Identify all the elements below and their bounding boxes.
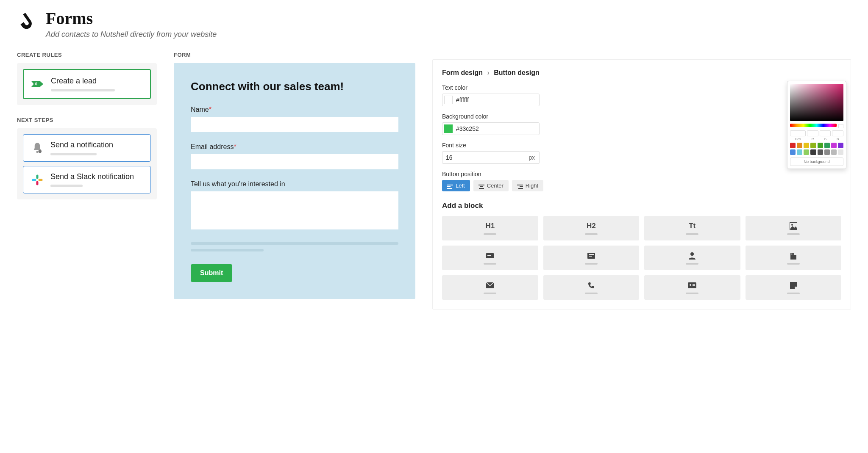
svg-point-17 xyxy=(791,224,793,226)
block-note[interactable] xyxy=(746,275,842,300)
create-rules-panel: $ Create a lead xyxy=(17,63,157,105)
submit-button[interactable]: Submit xyxy=(191,264,232,282)
no-background-button[interactable]: No background xyxy=(790,157,843,166)
page-title: Forms xyxy=(46,8,217,28)
button-position-label: Button position xyxy=(442,171,841,177)
note-icon xyxy=(790,281,797,290)
svg-rect-21 xyxy=(589,254,594,255)
color-swatch[interactable] xyxy=(824,143,830,148)
interest-label: Tell us what you're interested in xyxy=(191,180,398,188)
color-swatch[interactable] xyxy=(804,143,809,148)
svg-rect-6 xyxy=(32,179,36,181)
send-notification-card[interactable]: Send a notification xyxy=(23,134,151,162)
image-icon xyxy=(790,221,797,231)
breadcrumb: Form design › Button design xyxy=(442,69,841,77)
text-color-swatch xyxy=(444,96,453,104)
block-id[interactable] xyxy=(644,275,740,300)
svg-rect-10 xyxy=(479,185,484,185)
slack-icon xyxy=(31,174,44,186)
multi-line-icon xyxy=(587,251,595,260)
bg-color-label: Background color xyxy=(442,113,540,120)
breadcrumb-root[interactable]: Form design xyxy=(442,69,483,76)
magnet-icon xyxy=(17,12,37,32)
align-right-icon xyxy=(517,184,523,188)
color-canvas[interactable] xyxy=(790,84,843,121)
color-swatch[interactable] xyxy=(790,149,796,155)
svg-rect-15 xyxy=(518,188,523,189)
step-title: Send a Slack notification xyxy=(50,172,143,181)
next-steps-label: NEXT STEPS xyxy=(17,117,157,123)
svg-point-30 xyxy=(690,284,691,286)
svg-rect-8 xyxy=(447,186,451,187)
create-rules-label: CREATE RULES xyxy=(17,52,157,58)
svg-rect-11 xyxy=(480,186,483,187)
color-swatch[interactable] xyxy=(790,143,796,148)
color-swatch[interactable] xyxy=(838,149,843,155)
alpha-box[interactable] xyxy=(838,124,843,128)
color-swatch[interactable] xyxy=(797,143,802,148)
svg-rect-19 xyxy=(487,255,491,256)
color-swatch[interactable] xyxy=(810,143,816,148)
breadcrumb-current: Button design xyxy=(494,69,540,76)
svg-point-1 xyxy=(36,151,39,153)
svg-rect-22 xyxy=(589,256,592,257)
block-email[interactable] xyxy=(442,275,538,300)
svg-rect-9 xyxy=(447,188,452,189)
form-title: Connect with our sales team! xyxy=(191,80,398,93)
block-multi-line[interactable] xyxy=(543,246,640,270)
interest-textarea[interactable] xyxy=(191,191,398,229)
block-phone[interactable] xyxy=(543,275,640,300)
svg-rect-32 xyxy=(693,285,695,286)
single-line-icon xyxy=(486,251,494,260)
svg-rect-12 xyxy=(479,188,484,189)
hex-input[interactable] xyxy=(790,130,806,136)
block-text[interactable]: Tt xyxy=(644,216,740,240)
color-swatch[interactable] xyxy=(831,143,837,148)
r-input[interactable] xyxy=(807,130,818,136)
color-swatch[interactable] xyxy=(818,149,823,155)
color-picker[interactable]: Hex R G B No background xyxy=(787,81,846,169)
block-h2[interactable]: H2 xyxy=(543,216,640,240)
color-swatch[interactable] xyxy=(818,143,823,148)
block-company[interactable] xyxy=(746,246,842,270)
block-image[interactable] xyxy=(746,216,842,240)
text-color-label: Text color xyxy=(442,84,540,91)
email-input[interactable] xyxy=(191,154,398,169)
color-swatches xyxy=(790,143,843,155)
name-input[interactable] xyxy=(191,117,398,132)
position-right-button[interactable]: Right xyxy=(512,180,543,191)
color-swatch[interactable] xyxy=(831,149,837,155)
svg-text:$: $ xyxy=(35,82,38,86)
font-size-input[interactable] xyxy=(442,151,524,164)
svg-rect-7 xyxy=(447,185,453,185)
block-single-line[interactable] xyxy=(442,246,538,270)
next-steps-panel: Send a notification Send a Slack notific… xyxy=(17,128,157,199)
block-person[interactable] xyxy=(644,246,740,270)
lead-tag-icon: $ xyxy=(31,78,44,91)
text-color-input[interactable] xyxy=(442,94,540,106)
hue-slider[interactable] xyxy=(790,124,837,127)
color-swatch[interactable] xyxy=(838,143,843,148)
position-center-button[interactable]: Center xyxy=(473,180,509,191)
svg-rect-27 xyxy=(793,254,793,254)
send-slack-card[interactable]: Send a Slack notification xyxy=(23,166,151,193)
svg-rect-25 xyxy=(794,255,796,260)
create-lead-card[interactable]: $ Create a lead xyxy=(23,69,151,99)
phone-icon xyxy=(588,281,595,290)
color-swatch[interactable] xyxy=(804,149,809,155)
b-input[interactable] xyxy=(832,130,843,136)
color-swatch[interactable] xyxy=(824,149,830,155)
design-panel: Form design › Button design Text color B… xyxy=(432,59,851,309)
font-size-label: Font size xyxy=(442,142,540,149)
bg-color-value[interactable] xyxy=(456,125,537,132)
svg-rect-13 xyxy=(517,185,523,185)
color-swatch[interactable] xyxy=(810,149,816,155)
text-color-value[interactable] xyxy=(456,97,537,103)
color-swatch[interactable] xyxy=(797,149,802,155)
g-input[interactable] xyxy=(820,130,831,136)
bg-color-input[interactable] xyxy=(442,122,540,135)
svg-rect-14 xyxy=(520,186,523,187)
block-h1[interactable]: H1 xyxy=(442,216,538,240)
email-icon xyxy=(486,281,494,290)
position-left-button[interactable]: Left xyxy=(442,180,470,191)
